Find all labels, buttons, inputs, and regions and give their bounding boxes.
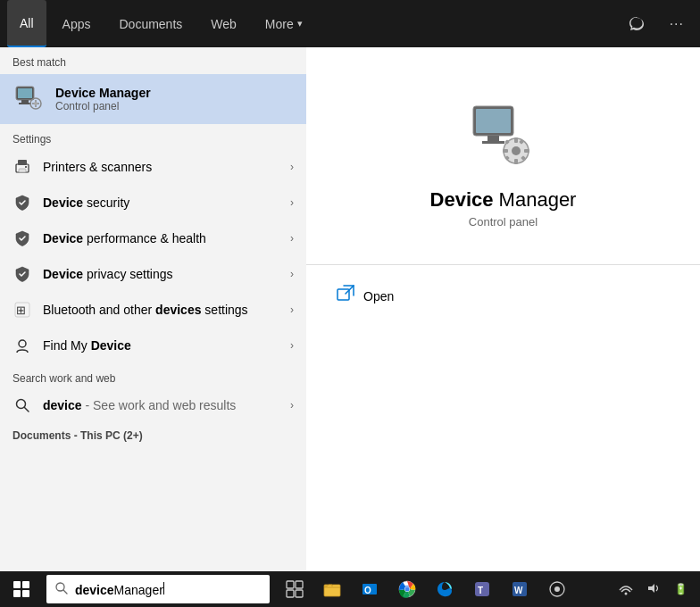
tab-documents[interactable]: Documents — [106, 0, 195, 47]
menu-item-find-device[interactable]: Find My Device › — [0, 328, 306, 363]
taskbar-network-icon[interactable] — [613, 578, 638, 602]
documents-label: Documents - This PC (2+) — [0, 422, 306, 445]
search-web-bold-text: device — [43, 398, 82, 412]
menu-item-bluetooth[interactable]: ⊞ Bluetooth and other devices settings › — [0, 292, 306, 328]
top-navigation: All Apps Documents Web More ▾ ··· — [0, 0, 700, 47]
edge-icon[interactable] — [427, 571, 462, 607]
tab-documents-label: Documents — [119, 17, 182, 31]
word-icon[interactable]: W — [502, 571, 538, 607]
app-title-bold: Device — [430, 188, 494, 211]
taskbar-search-bar[interactable]: deviceManager — [46, 575, 270, 603]
app-subtitle: Control panel — [469, 215, 538, 229]
taskbar-app-icons: O — [277, 571, 575, 607]
svg-rect-18 — [476, 109, 511, 133]
taskbar-sound-icon[interactable] — [642, 578, 665, 601]
main-content: Best match Device Manager — [0, 47, 700, 583]
taskbar-battery-icon[interactable]: 🔋 — [669, 579, 693, 599]
outlook-icon[interactable]: O — [352, 571, 388, 607]
taskbar-search-rest: Manager — [114, 583, 163, 597]
best-match-title-bold: Device — [55, 86, 96, 100]
app-icon-large — [468, 101, 539, 172]
app-title-rest: Manager — [494, 188, 577, 211]
device-security-chevron-icon: › — [290, 196, 294, 209]
svg-rect-38 — [296, 590, 303, 597]
menu-item-device-security[interactable]: Device security › — [0, 185, 306, 220]
svg-text:W: W — [514, 586, 523, 595]
svg-rect-10 — [19, 169, 26, 172]
bluetooth-text: Bluetooth and other devices settings — [43, 303, 279, 317]
svg-marker-53 — [648, 584, 654, 593]
menu-item-device-performance[interactable]: Device performance & health › — [0, 220, 306, 256]
file-explorer-icon[interactable] — [314, 571, 350, 607]
svg-rect-35 — [287, 581, 294, 588]
tab-apps[interactable]: Apps — [50, 0, 104, 47]
left-panel: Best match Device Manager — [0, 47, 306, 583]
svg-point-7 — [34, 102, 38, 105]
more-chevron-icon: ▾ — [297, 18, 303, 29]
svg-rect-37 — [287, 590, 294, 597]
svg-point-14 — [19, 340, 26, 347]
bluetooth-icon: ⊞ — [12, 300, 32, 320]
svg-line-34 — [63, 590, 67, 594]
best-match-subtitle: Control panel — [55, 100, 151, 112]
menu-item-device-privacy[interactable]: Device privacy settings › — [0, 256, 306, 292]
open-button[interactable]: Open — [324, 279, 406, 312]
search-web-text: device - See work and web results — [43, 398, 279, 412]
nav-right-icons: ··· — [620, 11, 693, 37]
device-manager-icon — [12, 83, 45, 115]
taskbar: deviceManager O — [0, 571, 700, 607]
right-panel: Device Manager Control panel Open — [306, 47, 700, 583]
search-web-label: Search work and web — [0, 363, 306, 388]
device-performance-chevron-icon: › — [290, 232, 294, 245]
find-device-chevron-icon: › — [290, 339, 294, 352]
svg-point-45 — [405, 587, 410, 592]
device-security-icon — [12, 193, 32, 212]
taskbar-search-icon — [55, 582, 68, 597]
tab-web[interactable]: Web — [198, 0, 249, 47]
tab-more[interactable]: More ▾ — [253, 0, 315, 47]
search-web-icon — [12, 395, 32, 415]
windows-logo-icon — [13, 581, 29, 597]
search-cursor — [163, 582, 164, 595]
taskbar-settings-icon[interactable] — [539, 571, 575, 607]
device-privacy-chevron-icon: › — [290, 268, 294, 280]
svg-rect-26 — [524, 149, 529, 153]
svg-point-11 — [25, 166, 27, 168]
svg-text:⊞: ⊞ — [16, 304, 26, 317]
svg-point-52 — [625, 592, 628, 595]
more-options-icon[interactable]: ··· — [661, 11, 693, 37]
app-title: Device Manager — [430, 188, 577, 212]
open-text: Open — [363, 289, 394, 304]
best-match-item[interactable]: Device Manager Control panel — [0, 74, 306, 124]
svg-rect-23 — [514, 137, 518, 143]
task-view-icon[interactable] — [277, 571, 312, 607]
svg-text:O: O — [364, 586, 371, 595]
svg-rect-19 — [488, 136, 499, 141]
svg-text:T: T — [478, 586, 483, 595]
feedback-icon[interactable] — [620, 11, 654, 37]
svg-rect-31 — [338, 289, 349, 300]
svg-rect-1 — [18, 88, 32, 98]
find-device-text: Find My Device — [43, 338, 279, 353]
find-device-icon — [12, 336, 32, 355]
tab-more-label: More — [265, 17, 294, 31]
svg-point-22 — [512, 146, 521, 155]
tab-apps-label: Apps — [62, 17, 91, 31]
device-performance-text: Device performance & health — [43, 231, 279, 245]
svg-line-16 — [25, 408, 29, 412]
search-web-chevron-icon: › — [290, 399, 294, 412]
best-match-title: Device Manager — [55, 86, 151, 100]
tab-web-label: Web — [211, 17, 237, 31]
search-web-item[interactable]: device - See work and web results › — [0, 388, 306, 422]
svg-rect-20 — [482, 141, 504, 144]
chrome-icon[interactable] — [389, 571, 425, 607]
menu-item-printers[interactable]: Printers & scanners › — [0, 149, 306, 185]
best-match-title-rest: Manager — [96, 86, 150, 100]
tab-all[interactable]: All — [7, 0, 46, 47]
printers-text: Printers & scanners — [43, 160, 279, 174]
settings-section-label: Settings — [0, 124, 306, 149]
start-button[interactable] — [0, 571, 43, 607]
teams-icon[interactable]: T — [464, 571, 500, 607]
device-privacy-text: Device privacy settings — [43, 267, 279, 281]
best-match-text: Device Manager Control panel — [55, 86, 151, 112]
